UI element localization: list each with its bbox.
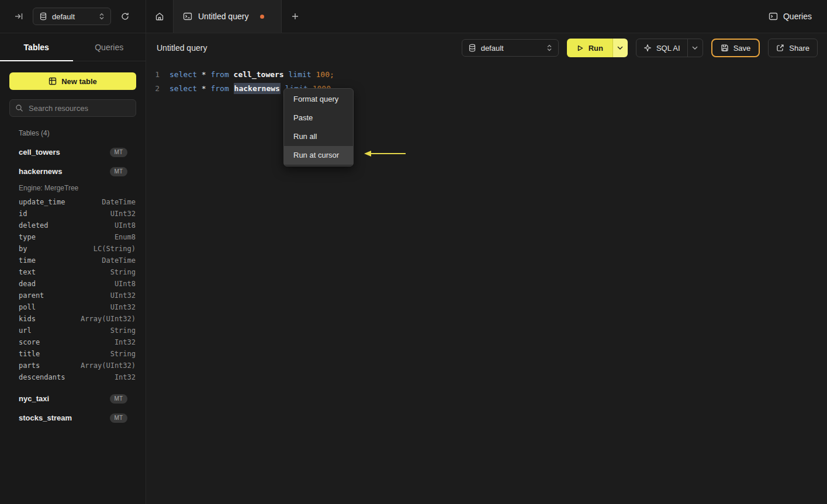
column-name: title	[19, 348, 40, 360]
new-tab-button[interactable]	[282, 0, 309, 33]
context-menu-item[interactable]: Run at cursor	[284, 146, 353, 165]
column-name: descendants	[19, 371, 65, 383]
column-name: kids	[19, 313, 36, 325]
search-icon	[15, 104, 23, 112]
sidebar-tab-queries[interactable]: Queries	[73, 33, 146, 61]
chevron-down-icon	[692, 46, 698, 50]
column-name: parent	[19, 290, 44, 301]
column-row: timeDateTime	[0, 255, 146, 266]
context-menu-item[interactable]: Run all	[284, 127, 353, 146]
column-type: Enum8	[115, 231, 136, 243]
column-row: pollUInt32	[0, 301, 146, 313]
header-actions: default Run SQL AI	[462, 39, 818, 57]
engine-badge: MT	[110, 148, 127, 157]
column-type: LC(String)	[94, 243, 136, 255]
editor-line: 2select * from hackernews limit 1000	[146, 82, 827, 96]
context-menu-item[interactable]: Paste	[284, 109, 353, 127]
column-name: by	[19, 243, 27, 255]
save-button[interactable]: Save	[711, 39, 760, 57]
table-row[interactable]: nyc_taxiMT	[0, 389, 146, 408]
line-number: 1	[146, 68, 160, 82]
plus-icon	[291, 12, 299, 20]
code-token: *	[197, 84, 210, 93]
column-row: urlString	[0, 325, 146, 336]
code-token: from	[210, 70, 229, 79]
sidebar-tab-tables[interactable]: Tables	[0, 33, 73, 61]
column-name: id	[19, 208, 27, 220]
play-icon	[576, 44, 584, 52]
top-bar: default Untitled query	[0, 0, 827, 33]
run-button[interactable]: Run	[567, 39, 613, 57]
run-button-label: Run	[589, 44, 603, 53]
top-bar-left: default	[0, 0, 146, 33]
column-row: parentUInt32	[0, 290, 146, 301]
column-row: kidsArray(UInt32)	[0, 313, 146, 325]
context-menu-item[interactable]: Format query	[284, 90, 353, 109]
column-type: String	[110, 325, 136, 336]
sql-ai-label: SQL AI	[656, 44, 680, 53]
column-type: String	[110, 266, 136, 278]
column-name: text	[19, 266, 36, 278]
share-icon	[776, 44, 784, 52]
column-row: partsArray(UInt32)	[0, 360, 146, 371]
column-name: parts	[19, 360, 40, 371]
main-panel: Untitled query default Run	[146, 33, 827, 504]
tables-list: cell_towersMThackernewsMTEngine: MergeTr…	[0, 142, 146, 427]
column-type: Int32	[115, 336, 136, 348]
column-row: byLC(String)	[0, 243, 146, 255]
table-name: nyc_taxi	[19, 394, 49, 403]
column-name: type	[19, 231, 36, 243]
column-row: update_timeDateTime	[0, 196, 146, 208]
annotation-arrow	[364, 150, 407, 158]
code-token: select	[169, 70, 197, 79]
database-selector-main[interactable]: default	[462, 39, 559, 57]
app-window: default Untitled query	[0, 0, 827, 504]
new-table-label: New table	[61, 77, 97, 86]
column-type: Array(UInt32)	[81, 313, 136, 325]
sql-ai-button[interactable]: SQL AI	[636, 39, 687, 57]
code-token	[229, 70, 234, 79]
collapse-sidebar-button[interactable]	[12, 9, 26, 23]
database-selector-topbar[interactable]: default	[33, 8, 111, 25]
code-token	[284, 70, 289, 79]
sidebar-tabs: Tables Queries	[0, 33, 146, 61]
queries-button[interactable]: Queries	[769, 12, 812, 21]
code-token	[229, 84, 234, 93]
tab-untitled-query[interactable]: Untitled query	[173, 0, 282, 33]
table-row[interactable]: cell_towersMT	[0, 142, 146, 162]
column-type: Int32	[115, 371, 136, 383]
save-icon	[721, 44, 729, 52]
main-header: Untitled query default Run	[146, 33, 827, 62]
share-button[interactable]: Share	[768, 39, 818, 57]
column-type: DateTime	[102, 196, 136, 208]
table-grid-icon	[49, 77, 57, 85]
search-input[interactable]	[9, 99, 136, 117]
code-token: 100;	[316, 70, 334, 79]
table-row[interactable]: stocks_streamMT	[0, 408, 146, 427]
column-row: idUInt32	[0, 208, 146, 220]
run-options-button[interactable]	[613, 39, 628, 57]
query-title: Untitled query	[157, 43, 207, 53]
column-type: UInt8	[115, 278, 136, 290]
column-name: url	[19, 325, 32, 336]
database-icon	[39, 12, 47, 20]
column-name: update_time	[19, 196, 65, 208]
share-button-label: Share	[789, 44, 809, 53]
column-row: typeEnum8	[0, 231, 146, 243]
sql-ai-options-button[interactable]	[687, 39, 703, 57]
context-menu: Format queryPasteRun allRun at cursor	[283, 88, 354, 166]
tab-strip: Untitled query	[146, 0, 309, 33]
new-table-button[interactable]: New table	[9, 72, 136, 90]
column-type: Array(UInt32)	[81, 360, 136, 371]
home-button[interactable]	[146, 0, 173, 33]
database-icon	[468, 44, 476, 52]
engine-badge: MT	[110, 167, 127, 176]
table-row[interactable]: hackernewsMT	[0, 162, 146, 181]
sql-editor[interactable]: 1select * from cell_towers limit 100;2se…	[146, 62, 827, 96]
table-engine-label: Engine: MergeTree	[0, 181, 146, 195]
code-text: select * from cell_towers limit 100;	[160, 68, 334, 82]
refresh-button[interactable]	[118, 9, 132, 23]
column-type: String	[110, 348, 136, 360]
column-row: scoreInt32	[0, 336, 146, 348]
tables-section-label: Tables (4)	[19, 129, 136, 137]
